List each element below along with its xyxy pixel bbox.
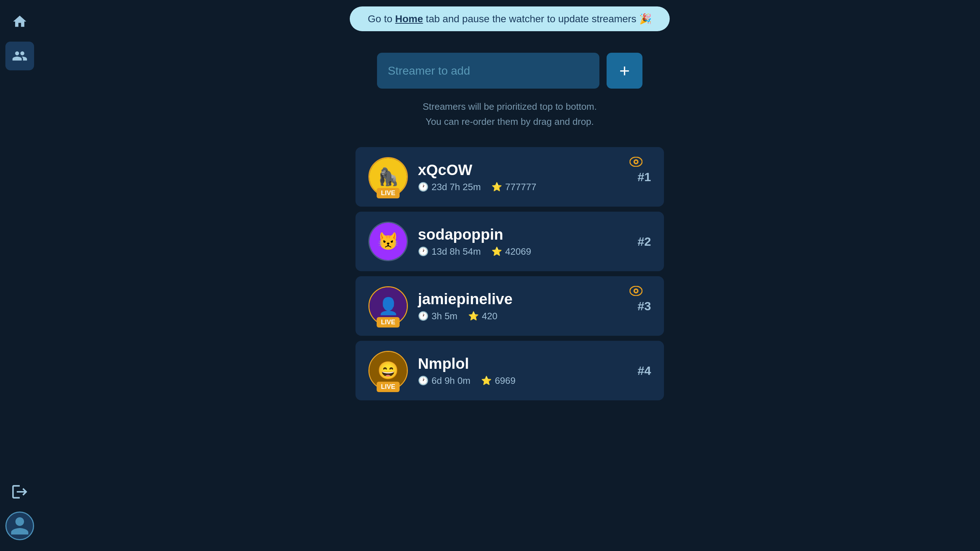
streamer-input[interactable] — [377, 53, 600, 89]
svg-text:😾: 😾 — [377, 231, 399, 252]
update-banner: Go to Home tab and pause the watcher to … — [350, 6, 669, 31]
streamer-stats-xqcow: 🕐 23d 7h 25m ⭐ 777777 — [418, 182, 627, 193]
eye-icon-xqcow — [630, 155, 643, 170]
sidebar — [0, 0, 40, 551]
streamer-info-jamiepinelive: jamiepinelive 🕐 3h 5m ⭐ 420 — [418, 291, 627, 322]
svg-text:👤: 👤 — [378, 296, 399, 316]
streamer-name-sodapoppin: sodapoppin — [418, 226, 627, 243]
watch-time-sodapoppin: 🕐 13d 8h 54m — [418, 246, 480, 257]
watch-time-xqcow: 🕐 23d 7h 25m — [418, 182, 480, 193]
main-content: Go to Home tab and pause the watcher to … — [40, 0, 980, 551]
clock-icon: 🕐 — [418, 247, 429, 256]
points-nmplol: ⭐ 6969 — [481, 375, 515, 386]
clock-icon: 🕐 — [418, 182, 429, 192]
banner-home-link[interactable]: Home — [395, 13, 423, 24]
banner-text-after: tab and pause the watcher to update stre… — [423, 13, 651, 24]
streamer-card-jamiepinelive[interactable]: 👤 LIVE jamiepinelive 🕐 3h 5m ⭐ 420 #3 — [355, 276, 664, 336]
star-icon: ⭐ — [481, 376, 492, 385]
rank-badge-jamiepinelive: #3 — [638, 299, 651, 313]
star-icon: ⭐ — [468, 311, 479, 321]
svg-point-9 — [635, 290, 637, 292]
streamer-stats-jamiepinelive: 🕐 3h 5m ⭐ 420 — [418, 311, 627, 322]
live-badge-jamiepinelive: LIVE — [377, 317, 399, 328]
streamer-info-xqcow: xQcOW 🕐 23d 7h 25m ⭐ 777777 — [418, 161, 627, 193]
watch-time-nmplol: 🕐 6d 9h 0m — [418, 375, 470, 386]
streamer-card-nmplol[interactable]: 😄 LIVE Nmplol 🕐 6d 9h 0m ⭐ 6969 #4 — [355, 341, 664, 400]
streamer-stats-sodapoppin: 🕐 13d 8h 54m ⭐ 42069 — [418, 246, 627, 257]
svg-text:🦍: 🦍 — [377, 166, 399, 187]
instructions-line2: You can re-order them by drag and drop. — [423, 115, 597, 129]
streamer-card-xqcow[interactable]: 🦍 LIVE xQcOW 🕐 23d 7h 25m ⭐ 777777 #1 — [355, 147, 664, 207]
star-icon: ⭐ — [492, 247, 502, 256]
eye-icon-jamiepinelive — [630, 284, 643, 299]
clock-icon: 🕐 — [418, 376, 429, 385]
points-sodapoppin: ⭐ 42069 — [492, 246, 531, 257]
streamer-card-sodapoppin[interactable]: 😾 sodapoppin 🕐 13d 8h 54m ⭐ 42069 #2 — [355, 212, 664, 271]
points-jamiepinelive: ⭐ 420 — [468, 311, 497, 322]
streamer-name-jamiepinelive: jamiepinelive — [418, 291, 627, 308]
rank-badge-sodapoppin: #2 — [638, 235, 651, 248]
rank-badge-nmplol: #4 — [638, 364, 651, 378]
streamer-stats-nmplol: 🕐 6d 9h 0m ⭐ 6969 — [418, 375, 627, 386]
user-avatar[interactable] — [5, 511, 34, 540]
watch-time-jamiepinelive: 🕐 3h 5m — [418, 311, 457, 322]
logout-button[interactable] — [7, 479, 32, 504]
sidebar-item-streamers[interactable] — [5, 41, 34, 70]
instructions-line1: Streamers will be prioritized top to bot… — [423, 99, 597, 115]
sidebar-item-home[interactable] — [5, 7, 34, 36]
svg-point-2 — [635, 161, 637, 163]
avatar-sodapoppin: 😾 — [368, 222, 408, 261]
banner-text-before: Go to — [368, 13, 395, 24]
avatar-xqcow: 🦍 LIVE — [368, 157, 408, 197]
avatar-nmplol: 😄 LIVE — [368, 351, 408, 390]
sidebar-bottom — [0, 479, 40, 540]
rank-badge-xqcow: #1 — [638, 170, 651, 184]
points-xqcow: ⭐ 777777 — [492, 182, 536, 193]
clock-icon: 🕐 — [418, 311, 429, 321]
live-badge-xqcow: LIVE — [377, 188, 399, 198]
streamer-name-xqcow: xQcOW — [418, 161, 627, 178]
instructions-text: Streamers will be prioritized top to bot… — [423, 99, 597, 129]
live-badge-nmplol: LIVE — [377, 382, 399, 392]
add-streamer-row: + — [377, 53, 643, 89]
streamer-info-nmplol: Nmplol 🕐 6d 9h 0m ⭐ 6969 — [418, 355, 627, 386]
streamer-name-nmplol: Nmplol — [418, 355, 627, 373]
streamer-info-sodapoppin: sodapoppin 🕐 13d 8h 54m ⭐ 42069 — [418, 226, 627, 257]
avatar-jamiepinelive: 👤 LIVE — [368, 286, 408, 326]
svg-text:😄: 😄 — [377, 360, 399, 381]
star-icon: ⭐ — [492, 182, 502, 192]
streamer-list: 🦍 LIVE xQcOW 🕐 23d 7h 25m ⭐ 777777 #1 — [355, 147, 664, 400]
add-streamer-button[interactable]: + — [606, 53, 643, 89]
